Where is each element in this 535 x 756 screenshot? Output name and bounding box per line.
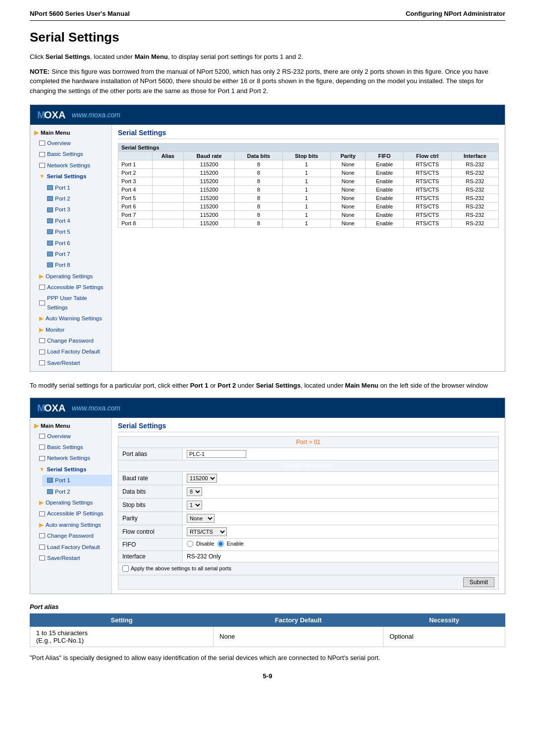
baud-cell: 115200: [184, 194, 235, 202]
sidebar-auto-warning-1[interactable]: ▶ Auto Warning Settings: [34, 313, 111, 324]
page-icon-3: [39, 163, 45, 168]
sidebar-serial-settings-2[interactable]: ▼ Serial Settings: [34, 464, 111, 475]
data-cell: 8: [235, 186, 282, 194]
sidebar-operating-2[interactable]: ▶ Operating Settings: [34, 497, 111, 508]
page-blue-icon-p5: [47, 229, 53, 234]
sidebar-network-settings-2[interactable]: Network Settings: [34, 453, 111, 463]
sidebar-basic-settings-2[interactable]: Basic Settings: [34, 442, 111, 453]
sidebar-ppp-1[interactable]: PPP User Table Settings: [34, 293, 111, 313]
baud-cell: 115200: [184, 169, 235, 177]
fifo-cell: Enable: [366, 169, 404, 177]
sidebar-port2-2[interactable]: Port 2: [42, 486, 111, 497]
section-title-1: Serial Settings: [118, 129, 499, 139]
moxa-logo-svg-2: M OXA: [36, 401, 66, 415]
sidebar-factory-default-2[interactable]: Load Factory Default: [34, 542, 111, 553]
fifo-disable-radio[interactable]: [187, 541, 193, 547]
port-settings-table: Port = 01 Port alias Serial Parameters B…: [118, 436, 499, 590]
sidebar-port1-2[interactable]: Port 1: [42, 475, 111, 486]
page-icon-bs2: [39, 445, 45, 450]
data-cell: 8: [235, 219, 282, 228]
page-header: NPort 5600 Series User's Manual Configur…: [30, 10, 505, 21]
sidebar-serial-settings-1[interactable]: ▼ Serial Settings: [34, 171, 111, 182]
flow-cell: RTS/CTS: [403, 211, 451, 219]
apply-all-checkbox[interactable]: [122, 565, 129, 572]
page-number: 5-9: [30, 672, 505, 680]
sidebar-port5-1[interactable]: Port 5: [42, 226, 111, 237]
sidebar-overview-1[interactable]: Overview: [34, 138, 111, 149]
serial-settings-table-1: Serial Settings Alias Baud rate Data bit…: [118, 143, 499, 228]
sidebar-basic-settings-1[interactable]: Basic Settings: [34, 149, 111, 159]
sidebar-port1-1[interactable]: Port 1: [42, 182, 111, 193]
sidebar-section-2: Overview Basic Settings Network Settings…: [34, 431, 111, 564]
browser-content-1: ▶ Main Menu Overview Basic Settings Netw…: [30, 125, 505, 371]
parity-select[interactable]: None Even Odd Mark Space: [187, 514, 214, 523]
sidebar-port4-1[interactable]: Port 4: [42, 215, 111, 226]
data-bits-select[interactable]: 8 7 6 5: [187, 487, 202, 496]
flow-cell: RTS/CTS: [403, 219, 451, 228]
data-cell: 8: [235, 211, 282, 219]
flow-control-select[interactable]: RTS/CTS None XON/XOFF DSR/DTR: [187, 527, 227, 536]
stop-cell: 1: [282, 219, 330, 228]
stop-cell: 1: [282, 169, 330, 177]
table-row: Port 7 115200 8 1 None Enable RTS/CTS RS…: [118, 211, 499, 219]
sidebar-change-pwd-1[interactable]: Change Password: [34, 335, 111, 346]
sidebar-accessible-ip-2[interactable]: Accessible IP Settings: [34, 508, 111, 519]
parity-cell: None Even Odd Mark Space: [183, 511, 499, 525]
port-label: Port 5: [118, 194, 153, 202]
submit-button[interactable]: Submit: [463, 577, 494, 587]
sidebar-main-menu-1[interactable]: ▶ Main Menu: [30, 128, 111, 138]
folder-icon-main-1: ▶: [34, 129, 39, 136]
iface-cell: RS-232: [451, 202, 498, 211]
folder-icon-operating-1: ▶: [39, 272, 44, 281]
sidebar-ports-2: Port 1 Port 2: [42, 475, 111, 497]
page-icon-acc: [39, 285, 45, 290]
stop-bits-select[interactable]: 1 2: [187, 501, 202, 509]
folder-icon-serial-2: ▼: [39, 465, 45, 474]
sidebar-port6-1[interactable]: Port 6: [42, 238, 111, 249]
alias-cell: [152, 186, 184, 194]
sidebar-overview-2[interactable]: Overview: [34, 431, 111, 442]
sidebar-port3-1[interactable]: Port 3: [42, 204, 111, 215]
sidebar-save-restart-1[interactable]: Save/Restart: [34, 357, 111, 368]
stop-cell: 1: [282, 186, 330, 194]
note-label: NOTE:: [30, 68, 50, 75]
alias-cell: [152, 219, 184, 228]
sidebar-auto-warning-2[interactable]: ▶ Auto warning Settings: [34, 519, 111, 530]
data-cell: 8: [235, 177, 282, 186]
baud-rate-select[interactable]: 115200 9600 19200 38400 57600: [187, 474, 217, 483]
stop-bits-label: Stop bits: [118, 498, 183, 511]
data-cell: 8: [235, 202, 282, 211]
sidebar-factory-default-1[interactable]: Load Factory Default: [34, 346, 111, 357]
sidebar-operating-1[interactable]: ▶ Operating Settings: [34, 271, 111, 282]
page-icon-pwd2: [39, 533, 45, 538]
table-row: Port 1 115200 8 1 None Enable RTS/CTS RS…: [118, 160, 499, 169]
sidebar-accessible-ip-1[interactable]: Accessible IP Settings: [34, 282, 111, 293]
page-title: Serial Settings: [30, 30, 505, 45]
fifo-radio-group: Disable Enable: [187, 541, 244, 547]
flow-cell: RTS/CTS: [403, 160, 451, 169]
stop-cell: 1: [282, 194, 330, 202]
main-panel-1: Serial Settings Serial Settings Alias Ba…: [112, 125, 505, 371]
sidebar-monitor-1[interactable]: ▶ Monitor: [34, 324, 111, 335]
page-icon-pwd: [39, 338, 45, 343]
sidebar-port7-1[interactable]: Port 7: [42, 249, 111, 259]
sidebar-port2-1[interactable]: Port 2: [42, 193, 111, 204]
folder-icon-aw-2: ▶: [39, 520, 44, 529]
page-blue-icon-2p2: [47, 489, 53, 494]
sidebar-2: ▶ Main Menu Overview Basic Settings Netw…: [30, 418, 112, 594]
fifo-label: FIFO: [118, 538, 183, 551]
sidebar-port8-1[interactable]: Port 8: [42, 259, 111, 270]
browser-content-2: ▶ Main Menu Overview Basic Settings Netw…: [30, 418, 505, 594]
fifo-enable-radio[interactable]: [217, 541, 224, 547]
between-text: To modify serial settings for a particul…: [30, 381, 505, 391]
port-alias-input[interactable]: [187, 450, 246, 458]
sidebar-change-pwd-2[interactable]: Change Password: [34, 530, 111, 541]
iface-cell: RS-232: [451, 169, 498, 177]
sidebar-save-restart-2[interactable]: Save/Restart: [34, 553, 111, 563]
section-title-2: Serial Settings: [118, 422, 499, 432]
table-row: Port 4 115200 8 1 None Enable RTS/CTS RS…: [118, 186, 499, 194]
sidebar-section-1: Overview Basic Settings Network Settings…: [34, 138, 111, 368]
sidebar-network-settings-1[interactable]: Network Settings: [34, 160, 111, 171]
sidebar-main-menu-2[interactable]: ▶ Main Menu: [30, 421, 111, 431]
stop-cell: 1: [282, 160, 330, 169]
